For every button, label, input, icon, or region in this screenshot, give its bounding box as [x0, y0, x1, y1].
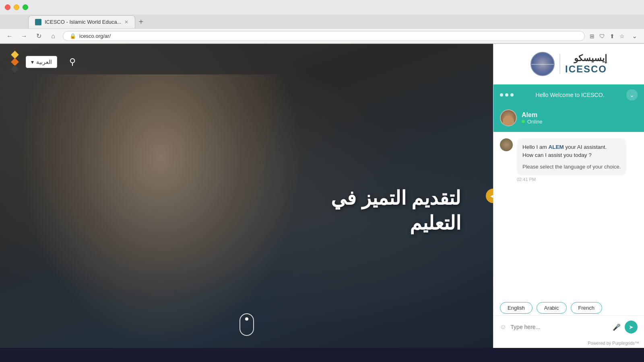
bot-message-bubble: Hello I am ALEM your AI assistant. How c… — [517, 138, 626, 175]
dot-3 — [510, 93, 514, 97]
dot-1 — [500, 93, 503, 97]
chatbot-panel: إيسيسكو ICESCO Hello Welcome to ICESCO. … — [493, 44, 644, 348]
language-selector-button[interactable]: ▾ العربية — [26, 56, 57, 68]
shield-icon[interactable]: 🛡 — [599, 33, 605, 39]
powered-by-text: Powered by Purplegrids™ — [493, 338, 644, 348]
chat-agent-info: Alem Online — [493, 105, 644, 132]
select-language-prompt: Please select the language of your choic… — [522, 163, 621, 171]
bot-name-bold: ALEM — [549, 144, 564, 150]
hero-headline: لتقديم التميز في التعليم — [331, 186, 461, 236]
arabic-language-button[interactable]: Arabic — [537, 302, 567, 314]
share-icon[interactable]: ⬆ — [610, 33, 615, 39]
diamond-dark-icon — [11, 65, 19, 73]
hero-section: ▾ العربية ⚲ لتقديم التميز في التعليم ◀ — [0, 44, 493, 348]
dot-2 — [505, 93, 508, 97]
chat-messages-area: Hello I am ALEM your AI assistant. How c… — [493, 132, 644, 300]
bot-message-row: Hello I am ALEM your AI assistant. How c… — [500, 138, 638, 182]
hero-text-overlay: لتقديم التميز في التعليم — [331, 186, 461, 236]
icesco-globe-icon — [530, 52, 555, 76]
send-button[interactable]: ➤ — [625, 321, 638, 333]
home-button[interactable]: ⌂ — [48, 31, 58, 41]
message-timestamp: 02:41 PM — [517, 177, 626, 182]
chat-header-bar: Hello Welcome to ICESCO. ⌄ — [493, 84, 644, 105]
back-button[interactable]: ← — [5, 31, 14, 41]
icesco-arabic-name: إيسيسكو — [574, 53, 607, 64]
scroll-dot — [245, 317, 248, 321]
avatar-face — [503, 116, 514, 126]
chat-input-field[interactable] — [510, 324, 609, 330]
tab-favicon — [35, 19, 41, 25]
url-bar[interactable]: 🔒 icesco.org/ar/ — [63, 31, 585, 41]
tab-close-icon[interactable]: ✕ — [124, 19, 128, 25]
close-button[interactable] — [5, 4, 10, 10]
language-buttons: English Arabic French — [493, 300, 644, 315]
chat-dots — [500, 93, 514, 97]
traffic-lights — [5, 4, 28, 10]
forward-button[interactable]: → — [19, 31, 29, 41]
chat-collapse-button[interactable]: ⌄ — [626, 89, 638, 101]
icesco-logo: إيسيسكو ICESCO — [530, 52, 607, 76]
french-language-button[interactable]: French — [571, 302, 602, 314]
maximize-button[interactable] — [23, 4, 28, 10]
address-bar: ← → ↻ ⌂ 🔒 icesco.org/ar/ ⊞ 🛡 ⬆ ☆ ⌄ — [0, 29, 644, 43]
dropdown-arrow-icon: ▾ — [31, 59, 34, 65]
translate-icon[interactable]: ⊞ — [590, 33, 594, 39]
browser-chrome: ICESCO - Islamic World Educa... ✕ + ← → … — [0, 0, 644, 44]
search-button[interactable]: ⚲ — [69, 57, 76, 67]
minimize-button[interactable] — [14, 4, 19, 10]
chat-input-area: ☺ 🎤 ➤ — [493, 315, 644, 338]
agent-name: Alem — [522, 111, 543, 119]
refresh-button[interactable]: ↻ — [34, 31, 43, 41]
titlebar — [0, 0, 644, 14]
active-tab[interactable]: ICESCO - Islamic World Educa... ✕ — [28, 15, 135, 28]
icesco-header: إيسيسكو ICESCO — [493, 44, 644, 84]
greeting-text: Hello I am — [522, 144, 549, 150]
icesco-english-name: ICESCO — [565, 64, 607, 75]
search-icon: ⚲ — [69, 57, 76, 67]
tab-title: ICESCO - Islamic World Educa... — [45, 19, 121, 25]
greeting-end: your AI assistant. — [564, 144, 607, 150]
bot-avatar — [500, 138, 513, 151]
chat-header-title: Hello Welcome to ICESCO. — [536, 92, 605, 98]
scroll-indicator — [239, 313, 254, 336]
english-language-button[interactable]: English — [500, 302, 533, 314]
new-tab-button[interactable]: + — [138, 17, 143, 27]
hero-person-image — [20, 74, 302, 348]
icesco-text: إيسيسكو ICESCO — [565, 53, 607, 75]
status-online-dot — [522, 120, 525, 123]
diamond-orange-icon — [11, 58, 19, 66]
tab-bar: ICESCO - Islamic World Educa... ✕ + — [0, 14, 644, 29]
page-wrapper: ▾ العربية ⚲ لتقديم التميز في التعليم ◀ — [0, 44, 644, 348]
logo-divider — [559, 54, 560, 74]
diamond-yellow-icon — [11, 51, 19, 59]
agent-status-label: Online — [527, 119, 543, 125]
emoji-icon: ☺ — [500, 323, 506, 331]
language-label: العربية — [36, 59, 52, 65]
agent-avatar — [500, 109, 517, 126]
more-button[interactable]: ⌄ — [630, 31, 639, 41]
address-actions: ⊞ 🛡 ⬆ ☆ — [590, 33, 625, 39]
nav-overlay: ▾ العربية ⚲ — [0, 44, 493, 80]
send-icon: ➤ — [629, 324, 634, 330]
bookmark-icon[interactable]: ☆ — [619, 33, 625, 39]
agent-info-block: Alem Online — [522, 111, 543, 125]
url-text: icesco.org/ar/ — [79, 33, 111, 39]
logo-diamonds — [12, 52, 18, 72]
question-text: How can I assist you today ? — [522, 152, 592, 158]
agent-status: Online — [522, 119, 543, 125]
microphone-button[interactable]: 🎤 — [613, 323, 621, 331]
